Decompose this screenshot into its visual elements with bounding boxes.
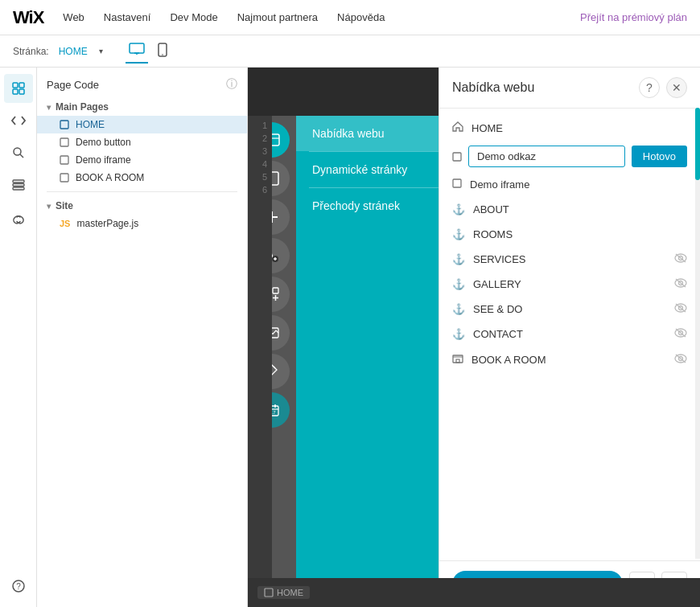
- site-section[interactable]: ▾ Site: [37, 197, 247, 215]
- main-pages-section[interactable]: ▾ Main Pages: [37, 98, 247, 116]
- device-toggle: [126, 39, 171, 64]
- list-item-label: GALLERY: [473, 278, 521, 290]
- nav-partner[interactable]: Najmout partnera: [237, 11, 318, 23]
- eye-hidden-icon[interactable]: [674, 328, 687, 340]
- list-item-home[interactable]: HOME: [439, 115, 700, 141]
- svg-rect-64: [265, 589, 273, 597]
- list-item-label: SEE & DO: [473, 303, 522, 315]
- right-panel-title: Nabídka webu: [452, 80, 534, 95]
- svg-rect-16: [60, 121, 68, 129]
- list-item-left: ⚓ GALLERY: [452, 278, 521, 290]
- search-sidebar-icon[interactable]: [4, 138, 33, 167]
- tree-item-home[interactable]: HOME: [37, 116, 247, 133]
- page-dropdown-arrow[interactable]: ▾: [99, 47, 103, 55]
- list-item-gallery[interactable]: ⚓ GALLERY: [439, 272, 700, 297]
- right-panel: Nabídka webu ? ✕ HOME: [439, 68, 700, 607]
- tree-item-label: Demo button: [76, 137, 131, 148]
- line-num-6: 6: [262, 183, 267, 196]
- svg-rect-18: [60, 156, 68, 164]
- svg-point-9: [14, 148, 21, 155]
- list-item-rooms[interactable]: ⚓ ROOMS: [439, 222, 700, 247]
- list-item-book-room[interactable]: BOOK A ROOM: [439, 347, 700, 372]
- done-button[interactable]: Hotovo: [632, 146, 687, 167]
- tree-divider: [47, 191, 237, 192]
- eye-hidden-icon[interactable]: [674, 253, 687, 265]
- page-file-icon: [60, 137, 69, 147]
- footer-file-tab[interactable]: HOME: [257, 586, 310, 599]
- tree-item-masterpage[interactable]: JS masterPage.js: [37, 215, 247, 232]
- anchor-icon: ⚓: [452, 228, 465, 240]
- tree-item-book-room[interactable]: BOOK A ROOM: [37, 169, 247, 187]
- data-sidebar-icon[interactable]: [4, 170, 33, 199]
- file-tree-panel: Page Code ⓘ ▾ Main Pages HOME Demo butto…: [37, 68, 248, 607]
- anchor-icon: ⚓: [452, 203, 465, 215]
- mobile-device-icon[interactable]: [154, 39, 171, 64]
- help-panel-icon[interactable]: ?: [639, 77, 660, 98]
- info-icon[interactable]: ⓘ: [226, 77, 237, 92]
- site-arrow: ▾: [47, 202, 51, 211]
- eye-hidden-icon[interactable]: [674, 278, 687, 290]
- list-item-contact[interactable]: ⚓ CONTACT: [439, 322, 700, 347]
- page-file-icon: [60, 120, 69, 129]
- code-sidebar-icon[interactable]: [4, 106, 33, 135]
- code-line-numbers: 1 2 3 4 5 6: [248, 116, 272, 578]
- nav-nastaveni[interactable]: Nastavení: [104, 11, 151, 23]
- line-num-5: 5: [262, 170, 267, 183]
- svg-rect-12: [13, 184, 24, 187]
- list-item-label: CONTACT: [473, 328, 523, 340]
- svg-rect-13: [13, 187, 24, 190]
- wix-logo: WiX: [13, 7, 43, 28]
- left-icon-bar: ?: [0, 68, 37, 607]
- desktop-device-icon[interactable]: [126, 39, 148, 64]
- list-item-left: ⚓ SERVICES: [452, 253, 526, 265]
- svg-rect-19: [60, 174, 68, 182]
- file-icon: [264, 588, 274, 597]
- eye-hidden-icon[interactable]: [674, 354, 687, 366]
- right-panel-icons: ? ✕: [639, 77, 687, 98]
- line-num-4: 4: [262, 158, 267, 170]
- list-item-seedo[interactable]: ⚓ SEE & DO: [439, 297, 700, 322]
- page-name: HOME: [59, 46, 88, 57]
- nav-premium[interactable]: Přejít na prémiový plán: [580, 11, 687, 23]
- canvas-footer: HOME: [248, 578, 700, 607]
- scroll-thumb[interactable]: [695, 108, 700, 180]
- page-name-input[interactable]: Demo odkaz: [468, 146, 625, 167]
- list-item-label: HOME: [471, 122, 503, 134]
- js-icon: JS: [60, 219, 70, 228]
- list-item-about[interactable]: ⚓ ABOUT: [439, 197, 700, 222]
- list-item-left: ⚓ SEE & DO: [452, 303, 522, 315]
- list-item-demo-iframe[interactable]: Demo iframe: [439, 172, 700, 197]
- list-item-left: BOOK A ROOM: [452, 353, 546, 366]
- tree-item-demo-iframe[interactable]: Demo iframe: [37, 151, 247, 169]
- tree-item-demo-button[interactable]: Demo button: [37, 133, 247, 151]
- close-panel-button[interactable]: ✕: [666, 77, 687, 98]
- edit-row-demo: Demo odkaz Hotovo: [439, 141, 700, 172]
- nav-web[interactable]: Web: [63, 11, 84, 23]
- svg-rect-0: [130, 43, 144, 53]
- svg-rect-42: [453, 153, 461, 161]
- list-item-label: ROOMS: [473, 228, 513, 240]
- list-item-services[interactable]: ⚓ SERVICES: [439, 247, 700, 272]
- link-sidebar-icon[interactable]: [4, 203, 33, 232]
- help-sidebar-icon[interactable]: ?: [4, 572, 33, 601]
- pages-sidebar-icon[interactable]: [4, 74, 33, 103]
- tree-item-label: HOME: [76, 119, 105, 130]
- page-icon-edit: [452, 152, 462, 162]
- nav-devmode[interactable]: Dev Mode: [170, 11, 217, 23]
- svg-rect-8: [19, 89, 24, 94]
- list-item-label: ABOUT: [473, 203, 509, 215]
- page-file-icon: [60, 155, 69, 165]
- nav-help[interactable]: Nápověda: [337, 11, 385, 23]
- panel-title: Page Code: [47, 79, 99, 91]
- eye-hidden-icon[interactable]: [674, 303, 687, 315]
- list-item-label: SERVICES: [473, 253, 526, 265]
- main-pages-label: Main Pages: [56, 101, 109, 113]
- top-navigation: WiX Web Nastavení Dev Mode Najmout partn…: [0, 0, 700, 35]
- right-panel-header: Nabídka webu ? ✕: [439, 68, 700, 109]
- anchor-icon: ⚓: [452, 303, 465, 315]
- tree-item-label: masterPage.js: [76, 218, 138, 229]
- right-panel-body: HOME Demo odkaz Hotovo Demo iframe: [439, 109, 700, 560]
- svg-rect-43: [453, 179, 461, 187]
- footer-filename: HOME: [277, 588, 303, 597]
- list-item-left: Demo iframe: [452, 178, 529, 191]
